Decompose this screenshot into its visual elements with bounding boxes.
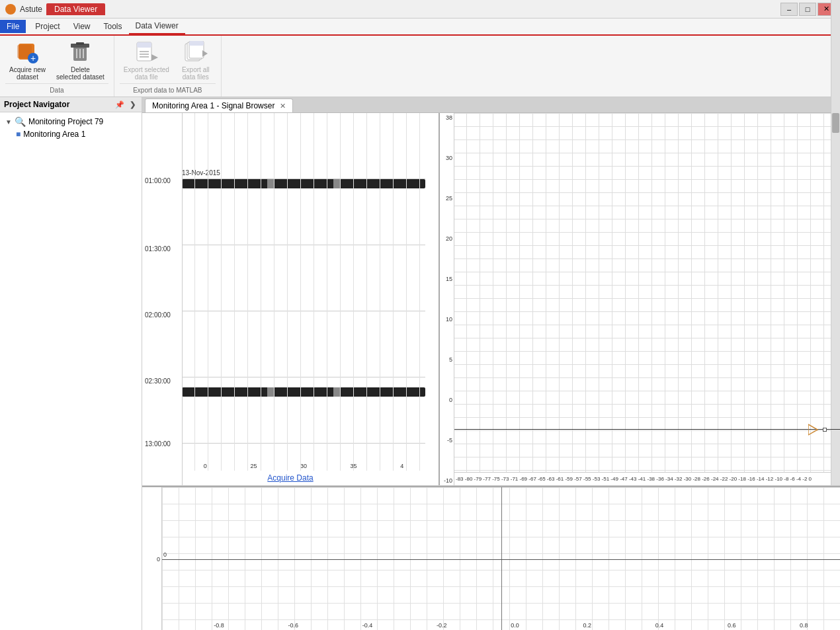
signal-top-panel: 13-Nov-2015 01:00:00 01:30:00 02:00:00 0… [142,113,840,486]
ribbon-export-buttons: Export selected data file Export all dat… [120,38,216,83]
menu-data-viewer[interactable]: Data Viewer [129,19,185,34]
y-neg10: -10 [440,477,454,484]
window-controls: – □ ✕ [780,3,835,16]
bottom-zero-line [162,559,840,560]
signal-bottom-panel: 0 0 -0.8 -0.6 -0.4 -0.2 [142,486,840,630]
export-all-button[interactable]: Export all data files [176,38,216,83]
tab-close-icon[interactable]: ✕ [280,102,286,110]
bottom-x-axis: -0.8 -0.6 -0.4 -0.2 0.0 0.2 0.4 0.6 0.8 [182,622,840,629]
menu-bar: File Project View Tools Data Viewer [0,19,840,36]
delete-btn-label2: selected dataset [56,73,105,81]
menu-tools[interactable]: Tools [97,19,129,34]
delete-selected-dataset-button[interactable]: Delete selected dataset [52,38,108,83]
y-15: 15 [440,276,454,282]
acquire-btn-label: Acquire new [9,66,46,73]
delete-icon [68,41,92,65]
app-name: Astute [20,5,42,14]
timeline-time-0200: 02:00:00 [145,311,171,319]
menu-file[interactable]: File [0,20,26,33]
main-layout: Project Navigator 📌 ❯ ▼ 🔍 Monitoring Pro… [0,97,840,630]
export-selected-button[interactable]: Export selected data file [120,38,173,83]
maximize-button[interactable]: □ [799,3,816,16]
menu-view[interactable]: View [67,19,97,34]
chart-grid [440,113,840,485]
bx-08: 0.8 [800,622,808,629]
nav-item-root[interactable]: ▼ 🔍 Monitoring Project 79 [3,115,139,128]
chart-scroll-indicator[interactable] [831,113,840,485]
y-25: 25 [440,195,454,202]
minimize-button[interactable]: – [780,3,798,16]
svg-text:+: + [30,53,35,63]
bx-06: 0.6 [728,622,736,629]
export-all-icon [184,41,208,65]
project-nav-header: Project Navigator 📌 ❯ [0,97,142,112]
zero-horizontal-line [454,429,840,430]
y-38: 38 [440,114,454,121]
bx-neg06: -0.6 [288,622,299,629]
ribbon: + Acquire new dataset [0,36,840,97]
project-nav-controls: 📌 ❯ [113,100,138,109]
nav-chevron-icon[interactable]: ❯ [128,100,138,109]
project-navigator: Project Navigator 📌 ❯ ▼ 🔍 Monitoring Pro… [0,97,142,630]
acquire-new-dataset-button[interactable]: + Acquire new dataset [5,38,50,83]
svg-rect-6 [76,42,84,45]
nav-folder-icon: 🔍 [15,116,26,127]
bx-00: 0.0 [511,622,519,629]
acquire-btn-label2: dataset [17,73,38,81]
svg-marker-15 [151,54,158,61]
ribbon-data-buttons: + Acquire new dataset [5,38,108,83]
svg-rect-19 [189,41,204,46]
export-all-label2: data files [183,73,209,81]
y-30: 30 [440,155,454,161]
bx-neg08: -0.8 [214,622,224,629]
nav-item-area1[interactable]: ■ Monitoring Area 1 [3,128,139,140]
bottom-zero-label: 0 [163,551,167,558]
y-neg5: -5 [440,437,454,444]
export-sel-label: Export selected [124,66,169,73]
svg-rect-11 [137,42,151,48]
bx-04: 0.4 [655,622,664,629]
bx-02: 0.2 [583,622,591,629]
timeline-panel: 13-Nov-2015 01:00:00 01:30:00 02:00:00 0… [142,113,440,485]
cursor-crosshair [823,428,827,432]
signal-browser-tab[interactable]: Monitoring Area 1 - Signal Browser ✕ [145,98,293,112]
y-20: 20 [440,235,454,242]
svg-marker-20 [202,50,208,57]
active-window-tab[interactable]: Data Viewer [46,3,105,15]
app-icon [5,4,16,15]
nav-tree: ▼ 🔍 Monitoring Project 79 ■ Monitoring A… [0,112,142,143]
bx-neg04: -0.4 [362,622,373,629]
tab-bar: Monitoring Area 1 - Signal Browser ✕ ▼ [142,97,840,113]
export-sel-label2: data file [135,73,158,81]
menu-project[interactable]: Project [28,19,66,34]
nav-pin-icon[interactable]: 📌 [113,100,126,109]
export-all-label: Export all [182,66,210,73]
svg-marker-21 [808,424,818,435]
ribbon-group-data: + Acquire new dataset [0,36,114,97]
bottom-y-label: 0 [157,556,160,563]
content-area: Monitoring Area 1 - Signal Browser ✕ ▼ 1… [142,97,840,630]
chart-area: 38 30 25 20 15 10 5 0 -5 -10 [440,113,840,485]
signal-browser: 13-Nov-2015 01:00:00 01:30:00 02:00:00 0… [142,113,840,630]
nav-area-icon: ■ [16,130,21,139]
export-selected-icon [134,41,158,65]
bottom-y-axis: 0 [142,487,162,630]
bottom-vertical-line [501,487,502,630]
y-axis: 38 30 25 20 15 10 5 0 -5 -10 [440,113,454,485]
acquire-data-link[interactable]: Acquire Data [267,473,313,483]
nav-collapse-arrow: ▼ [5,118,12,126]
timeline-time-0230: 02:30:00 [145,377,171,385]
nav-area-label: Monitoring Area 1 [23,130,85,139]
chart-scroll-thumb[interactable] [832,113,839,133]
timeline-time-0100: 01:00:00 [145,177,171,184]
timeline-time-1300: 13:00:00 [145,440,171,448]
tab-label: Monitoring Area 1 - Signal Browser [152,101,274,110]
y-5: 5 [440,356,454,363]
acquire-icon: + [16,41,40,65]
y-0: 0 [440,397,454,403]
ribbon-group-export: Export selected data file Export all dat… [114,36,222,97]
ribbon-export-label: Export data to MATLAB [120,83,216,94]
bottom-chart: 0 -0.8 -0.6 -0.4 -0.2 0.0 0.2 0.4 0.6 0.… [162,487,840,630]
y-10: 10 [440,316,454,323]
ribbon-data-label: Data [5,83,108,94]
